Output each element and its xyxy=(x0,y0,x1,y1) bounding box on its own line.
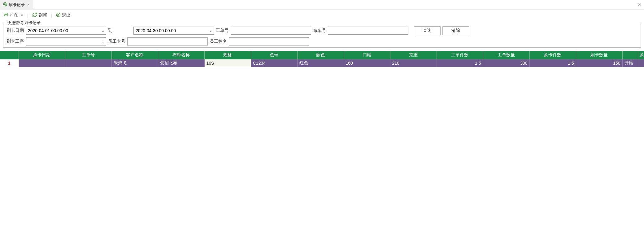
work-order-input[interactable] xyxy=(231,27,311,35)
cell-extra[interactable]: 开幅 xyxy=(622,59,638,67)
cell-card-date[interactable] xyxy=(19,59,65,67)
clear-button[interactable]: 清除 xyxy=(442,26,469,35)
emp-card-field[interactable] xyxy=(128,38,207,45)
globe-icon xyxy=(3,2,7,7)
query-button[interactable]: 查询 xyxy=(414,26,441,35)
cell-card-qty[interactable]: 150 xyxy=(576,59,622,67)
col-width[interactable]: 门幅 xyxy=(344,51,390,59)
col-cloth-type[interactable]: 布种名称 xyxy=(158,51,204,59)
caret-down-icon[interactable]: ⌄ xyxy=(100,29,106,33)
col-color-no[interactable]: 色号 xyxy=(251,51,297,59)
cell-weight[interactable]: 210 xyxy=(390,59,437,67)
cell-spec[interactable]: 16S xyxy=(204,59,251,67)
label-to: 到 xyxy=(108,28,112,33)
emp-name-input[interactable] xyxy=(229,37,309,45)
cell-color-no[interactable]: C1234 xyxy=(251,59,297,67)
col-card-date[interactable]: 刷卡日期 xyxy=(19,51,65,59)
date-to-field[interactable] xyxy=(134,27,208,34)
separator: | xyxy=(27,13,28,18)
tab-label: 刷卡记录 xyxy=(9,2,25,8)
tab-card-records[interactable]: 刷卡记录 × xyxy=(0,0,33,10)
exit-button[interactable]: 退出 xyxy=(54,12,72,19)
emp-card-input[interactable] xyxy=(127,37,208,45)
label-emp-card: 员工卡号 xyxy=(108,39,125,44)
filter-legend: 快捷查询:刷卡记录 xyxy=(6,20,42,26)
table-row[interactable]: 1 朱鸿飞 爱招飞布 16S C1234 红色 160 210 1.5 300 … xyxy=(0,59,644,67)
toolbar: 打印 ▼ | 刷新 | 退出 xyxy=(0,10,644,21)
cell-color[interactable]: 红色 xyxy=(297,59,344,67)
exit-icon xyxy=(56,12,61,19)
label-emp-name: 员工姓名 xyxy=(210,39,227,44)
col-customer[interactable]: 客户名称 xyxy=(111,51,158,59)
window-close-icon[interactable]: × xyxy=(637,2,644,8)
filter-panel: 快捷查询:刷卡记录 刷卡日期 ⌄ 到 ⌄ 工单号 布车号 查询 清除 刷卡工序 … xyxy=(3,23,641,48)
caret-down-icon[interactable]: ⌄ xyxy=(100,40,106,44)
label-work-order: 工单号 xyxy=(216,28,229,33)
label-card-process: 刷卡工序 xyxy=(7,39,24,44)
close-icon[interactable]: × xyxy=(27,2,30,7)
col-extra[interactable] xyxy=(622,51,638,59)
col-card-pcs[interactable]: 刷卡件数 xyxy=(529,51,576,59)
print-button[interactable]: 打印 ▼ xyxy=(2,12,25,19)
cell-width[interactable]: 160 xyxy=(344,59,390,67)
label-cloth-cart: 布车号 xyxy=(313,28,326,33)
col-wo-pcs[interactable]: 工单件数 xyxy=(437,51,483,59)
data-grid: 刷卡日期 工单号 客户名称 布种名称 规格 色号 颜色 门幅 克重 工单件数 工… xyxy=(0,51,644,227)
cell-cloth-type[interactable]: 爱招飞布 xyxy=(158,59,204,67)
date-from-input[interactable]: ⌄ xyxy=(26,27,106,35)
grid-header: 刷卡日期 工单号 客户名称 布种名称 规格 色号 颜色 门幅 克重 工单件数 工… xyxy=(0,51,644,59)
refresh-button[interactable]: 刷新 xyxy=(31,12,48,19)
tab-bar: 刷卡记录 × × xyxy=(0,0,644,10)
filter-row-1: 刷卡日期 ⌄ 到 ⌄ 工单号 布车号 查询 清除 xyxy=(7,26,637,35)
work-order-field[interactable] xyxy=(231,27,311,34)
cell-rownum[interactable]: 1 xyxy=(0,59,19,67)
caret-down-icon: ▼ xyxy=(20,14,24,17)
cell-wo-pcs[interactable]: 1.5 xyxy=(437,59,483,67)
col-color[interactable]: 颜色 xyxy=(297,51,344,59)
date-from-field[interactable] xyxy=(26,27,100,34)
col-spec[interactable]: 规格 xyxy=(204,51,251,59)
emp-name-field[interactable] xyxy=(229,38,309,45)
col-work-order[interactable]: 工单号 xyxy=(65,51,111,59)
label-card-date: 刷卡日期 xyxy=(7,28,24,33)
print-icon xyxy=(4,12,9,19)
cell-partial[interactable] xyxy=(638,59,644,67)
cell-wo-qty[interactable]: 300 xyxy=(483,59,529,67)
grid-body: 1 朱鸿飞 爱招飞布 16S C1234 红色 160 210 1.5 300 … xyxy=(0,59,644,67)
col-partial[interactable]: 刷 xyxy=(638,51,644,59)
cell-work-order[interactable] xyxy=(65,59,111,67)
tab-bar-left: 刷卡记录 × xyxy=(0,0,33,10)
cloth-cart-field[interactable] xyxy=(328,27,408,34)
refresh-icon xyxy=(32,12,37,19)
col-card-qty[interactable]: 刷卡数量 xyxy=(576,51,622,59)
print-label: 打印 xyxy=(10,13,19,18)
date-to-input[interactable]: ⌄ xyxy=(133,27,214,35)
caret-down-icon[interactable]: ⌄ xyxy=(208,29,214,33)
card-process-input[interactable]: ⌄ xyxy=(26,37,106,45)
card-process-field[interactable] xyxy=(26,38,100,45)
grid-scroll[interactable]: 刷卡日期 工单号 客户名称 布种名称 规格 色号 颜色 门幅 克重 工单件数 工… xyxy=(0,51,644,227)
filter-row-2: 刷卡工序 ⌄ 员工卡号 员工姓名 xyxy=(7,37,637,45)
cell-card-pcs[interactable]: 1.5 xyxy=(529,59,576,67)
exit-label: 退出 xyxy=(62,13,71,18)
col-weight[interactable]: 克重 xyxy=(390,51,437,59)
separator: | xyxy=(51,13,52,18)
cell-customer[interactable]: 朱鸿飞 xyxy=(111,59,158,67)
col-rownum[interactable] xyxy=(0,51,19,59)
cloth-cart-input[interactable] xyxy=(328,27,408,35)
col-wo-qty[interactable]: 工单数量 xyxy=(483,51,529,59)
refresh-label: 刷新 xyxy=(38,13,47,18)
grid-table: 刷卡日期 工单号 客户名称 布种名称 规格 色号 颜色 门幅 克重 工单件数 工… xyxy=(0,51,644,67)
